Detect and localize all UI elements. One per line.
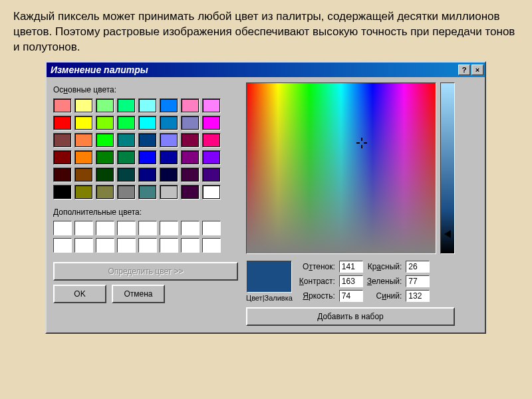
basic-color-swatch[interactable] bbox=[138, 185, 157, 200]
blue-input[interactable] bbox=[406, 290, 430, 302]
basic-color-swatch[interactable] bbox=[117, 168, 136, 182]
basic-color-swatch[interactable] bbox=[181, 168, 200, 182]
basic-color-swatch[interactable] bbox=[96, 116, 114, 130]
basic-color-swatch[interactable] bbox=[138, 98, 157, 113]
basic-color-swatch[interactable] bbox=[74, 98, 93, 113]
ok-button[interactable]: OK bbox=[53, 285, 106, 303]
basic-color-swatch[interactable] bbox=[74, 116, 93, 130]
blue-label: Синий: bbox=[367, 291, 402, 301]
basic-color-swatch[interactable] bbox=[202, 150, 221, 165]
color-preview bbox=[247, 261, 292, 293]
basic-color-swatch[interactable] bbox=[96, 168, 114, 182]
basic-color-swatch[interactable] bbox=[53, 116, 72, 130]
custom-color-swatch[interactable] bbox=[202, 238, 221, 253]
basic-color-swatch[interactable] bbox=[160, 150, 178, 165]
define-color-button[interactable]: Определить цвет >> bbox=[53, 262, 238, 281]
sat-input[interactable] bbox=[339, 275, 363, 287]
custom-color-swatch[interactable] bbox=[96, 221, 114, 235]
custom-color-swatch[interactable] bbox=[138, 238, 157, 253]
red-input[interactable] bbox=[406, 261, 430, 273]
basic-color-swatch[interactable] bbox=[160, 185, 178, 200]
custom-colors-grid bbox=[53, 221, 239, 253]
add-to-custom-button[interactable]: Добавить в набор bbox=[246, 307, 455, 326]
custom-color-swatch[interactable] bbox=[53, 238, 72, 253]
basic-color-swatch[interactable] bbox=[138, 168, 157, 182]
basic-color-swatch[interactable] bbox=[160, 98, 178, 113]
basic-color-swatch[interactable] bbox=[181, 185, 200, 200]
close-button[interactable]: × bbox=[471, 65, 483, 75]
cancel-button[interactable]: Отмена bbox=[112, 285, 165, 303]
custom-color-swatch[interactable] bbox=[181, 221, 200, 235]
custom-color-swatch[interactable] bbox=[96, 238, 114, 253]
custom-color-swatch[interactable] bbox=[74, 221, 93, 235]
basic-color-swatch[interactable] bbox=[202, 185, 221, 200]
basic-colors-label: Основные цвета: bbox=[53, 85, 239, 94]
custom-color-swatch[interactable] bbox=[117, 221, 136, 235]
custom-color-swatch[interactable] bbox=[160, 238, 178, 253]
basic-color-swatch[interactable] bbox=[160, 168, 178, 182]
custom-color-swatch[interactable] bbox=[74, 238, 93, 253]
basic-color-swatch[interactable] bbox=[117, 185, 136, 200]
basic-color-swatch[interactable] bbox=[117, 133, 136, 148]
basic-color-swatch[interactable] bbox=[74, 133, 93, 148]
basic-color-swatch[interactable] bbox=[74, 150, 93, 165]
color-dialog: Изменение палитры ? × Основные цвета: До… bbox=[45, 61, 486, 334]
color-gradient[interactable] bbox=[246, 82, 436, 254]
custom-color-swatch[interactable] bbox=[53, 221, 72, 235]
basic-color-swatch[interactable] bbox=[74, 168, 93, 182]
preview-label: Цвет|Заливка bbox=[246, 294, 293, 302]
basic-color-swatch[interactable] bbox=[138, 116, 157, 130]
page-description: Каждый пиксель может принимать любой цве… bbox=[0, 0, 532, 62]
basic-color-swatch[interactable] bbox=[96, 98, 114, 113]
sat-label: Контраст: bbox=[299, 277, 335, 286]
basic-color-swatch[interactable] bbox=[202, 98, 221, 113]
basic-color-swatch[interactable] bbox=[181, 98, 200, 113]
basic-color-swatch[interactable] bbox=[74, 185, 93, 200]
basic-color-swatch[interactable] bbox=[53, 98, 72, 113]
basic-color-swatch[interactable] bbox=[138, 150, 157, 165]
lum-label: Яркость: bbox=[299, 291, 335, 301]
basic-color-swatch[interactable] bbox=[160, 116, 178, 130]
hue-label: Оттенок: bbox=[299, 262, 335, 271]
custom-color-swatch[interactable] bbox=[181, 238, 200, 253]
basic-color-swatch[interactable] bbox=[53, 150, 72, 165]
basic-color-swatch[interactable] bbox=[53, 133, 72, 148]
green-label: Зеленый: bbox=[367, 277, 402, 286]
basic-color-swatch[interactable] bbox=[181, 116, 200, 130]
help-button[interactable]: ? bbox=[458, 65, 470, 75]
basic-color-swatch[interactable] bbox=[53, 185, 72, 200]
basic-color-swatch[interactable] bbox=[117, 150, 136, 165]
basic-colors-grid bbox=[53, 98, 239, 200]
custom-color-swatch[interactable] bbox=[160, 221, 178, 235]
basic-color-swatch[interactable] bbox=[138, 133, 157, 148]
basic-color-swatch[interactable] bbox=[181, 150, 200, 165]
lum-input[interactable] bbox=[339, 290, 363, 302]
basic-color-swatch[interactable] bbox=[181, 133, 200, 148]
custom-color-swatch[interactable] bbox=[117, 238, 136, 253]
luminance-arrow-icon[interactable] bbox=[444, 230, 451, 238]
basic-color-swatch[interactable] bbox=[96, 185, 114, 200]
basic-color-swatch[interactable] bbox=[96, 150, 114, 165]
basic-color-swatch[interactable] bbox=[160, 133, 178, 148]
hue-input[interactable] bbox=[339, 261, 363, 273]
basic-color-swatch[interactable] bbox=[117, 116, 136, 130]
basic-color-swatch[interactable] bbox=[96, 133, 114, 148]
dialog-title: Изменение палитры bbox=[51, 65, 457, 75]
basic-color-swatch[interactable] bbox=[202, 116, 221, 130]
titlebar: Изменение палитры ? × bbox=[47, 63, 485, 77]
green-input[interactable] bbox=[406, 275, 430, 287]
basic-color-swatch[interactable] bbox=[117, 98, 136, 113]
basic-color-swatch[interactable] bbox=[202, 168, 221, 182]
custom-color-swatch[interactable] bbox=[138, 221, 157, 235]
custom-colors-label: Дополнительные цвета: bbox=[53, 207, 239, 217]
custom-color-swatch[interactable] bbox=[202, 221, 221, 235]
basic-color-swatch[interactable] bbox=[53, 168, 72, 182]
red-label: Красный: bbox=[367, 262, 402, 271]
basic-color-swatch[interactable] bbox=[202, 133, 221, 148]
luminance-slider[interactable] bbox=[440, 82, 455, 254]
